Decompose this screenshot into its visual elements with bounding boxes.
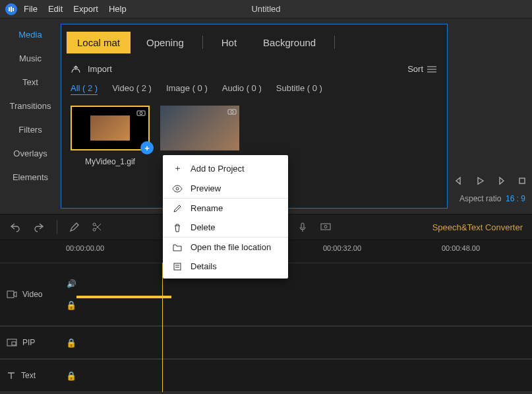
svg-rect-19 [7, 291, 14, 298]
app-menu: File Edit Export Help [21, 4, 127, 14]
playhead[interactable] [162, 263, 163, 392]
menu-edit[interactable]: Edit [48, 4, 63, 14]
lock-icon[interactable]: 🔒 [66, 371, 76, 381]
svg-rect-23 [174, 263, 181, 270]
add-to-timeline-icon[interactable]: + [140, 141, 154, 154]
aspect-ratio-label: Aspect ratio [459, 194, 501, 203]
media-filter-row: All ( 2 ) Video ( 2 ) Image ( 0 ) Audio … [61, 78, 447, 102]
menu-export[interactable]: Export [73, 4, 98, 14]
svg-point-11 [93, 223, 96, 226]
svg-rect-2 [13, 8, 14, 11]
text-track-icon [7, 371, 16, 380]
ctx-details[interactable]: Details [163, 257, 288, 276]
nav-elements[interactable]: Elements [0, 165, 61, 189]
video-track-icon [7, 290, 17, 298]
ctx-preview[interactable]: Preview [163, 179, 288, 198]
media-thumbnail[interactable]: + [71, 106, 150, 150]
toolbar-separator [57, 220, 57, 234]
sort-button[interactable]: Sort [407, 64, 438, 74]
category-tabs: Local mat Opening Hot Background [61, 24, 447, 53]
ctx-label: Open the file location [191, 242, 271, 252]
media-item[interactable]: + MyVideo_1.gif [71, 106, 150, 166]
voiceover-button[interactable] [297, 222, 308, 232]
menu-help[interactable]: Help [109, 4, 127, 14]
nav-overlays[interactable]: Overlays [0, 141, 61, 165]
aspect-ratio[interactable]: Aspect ratio 16 : 9 [459, 194, 525, 203]
window-title: Untitled [251, 4, 280, 14]
track-label: PIP [22, 338, 35, 347]
svg-rect-21 [12, 342, 16, 345]
tab-separator [334, 36, 335, 49]
filter-all[interactable]: All ( 2 ) [71, 83, 98, 95]
tab-opening[interactable]: Opening [136, 32, 194, 53]
tab-separator [202, 36, 203, 49]
timeline-clip[interactable]: MyVideo_1.gif [76, 296, 171, 298]
ctx-label: Add to Project [191, 164, 245, 174]
next-frame-button[interactable] [496, 176, 506, 186]
context-menu: ＋ Add to Project Preview Rename Delete O… [163, 155, 288, 279]
nav-media[interactable]: Media [0, 22, 61, 46]
play-button[interactable] [475, 176, 485, 186]
folder-icon [172, 244, 183, 251]
lock-icon[interactable]: 🔒 [66, 300, 76, 310]
nav-music[interactable]: Music [0, 46, 61, 70]
svg-rect-10 [519, 178, 525, 183]
filter-video[interactable]: Video ( 2 ) [112, 83, 152, 95]
nav-transitions[interactable]: Transitions [0, 94, 61, 117]
ctx-add-to-project[interactable]: ＋ Add to Project [163, 158, 288, 179]
eye-icon [172, 185, 183, 193]
stop-button[interactable] [517, 176, 527, 186]
edit-tool-button[interactable] [69, 222, 80, 232]
ctx-delete[interactable]: Delete [163, 218, 288, 237]
media-thumbnail[interactable] [160, 106, 239, 150]
svg-point-12 [93, 228, 96, 231]
screen-record-button[interactable] [320, 222, 332, 232]
app-logo-icon [5, 3, 17, 15]
track-text: Text 🔒 [0, 359, 532, 392]
prev-frame-button[interactable] [454, 176, 464, 186]
ctx-label: Preview [191, 183, 221, 193]
tab-hot[interactable]: Hot [211, 32, 247, 53]
svg-rect-16 [301, 223, 304, 228]
details-icon [172, 262, 183, 271]
ruler-time: 00:00:00.00 [66, 244, 104, 252]
split-button[interactable] [92, 222, 102, 232]
timeline: Video 🔊 🔒 MyVideo_1.gif PIP 🔒 Text 🔒 [0, 263, 532, 392]
nav-text[interactable]: Text [0, 70, 61, 94]
svg-rect-17 [321, 224, 330, 230]
ruler-time: 00:00:32.00 [323, 244, 361, 252]
list-icon [427, 65, 438, 73]
ctx-label: Details [191, 261, 217, 271]
lock-icon[interactable]: 🔒 [66, 338, 76, 348]
plus-icon: ＋ [172, 162, 183, 174]
speech-text-converter[interactable]: Speech&Text Converter [432, 222, 523, 232]
filter-image[interactable]: Image ( 0 ) [166, 83, 208, 95]
track-label: Video [22, 290, 42, 299]
svg-point-18 [324, 226, 327, 228]
media-item-label: MyVideo_1.gif [71, 150, 150, 166]
ctx-label: Delete [191, 222, 216, 232]
svg-point-9 [231, 111, 233, 114]
tab-background[interactable]: Background [252, 32, 326, 53]
track-pip: PIP 🔒 [0, 326, 532, 359]
import-button[interactable]: Import [71, 64, 112, 74]
tab-local-material[interactable]: Local mat [67, 32, 131, 53]
nav-filters[interactable]: Filters [0, 117, 61, 141]
svg-point-7 [140, 112, 142, 115]
title-bar: File Edit Export Help Untitled [0, 0, 532, 18]
volume-icon[interactable]: 🔊 [67, 279, 76, 288]
undo-button[interactable] [9, 222, 21, 232]
camera-icon [136, 110, 146, 116]
filter-audio[interactable]: Audio ( 0 ) [222, 83, 262, 95]
svg-point-22 [176, 187, 179, 190]
menu-file[interactable]: File [24, 4, 38, 14]
ctx-open-location[interactable]: Open the file location [163, 238, 288, 257]
pencil-icon [172, 204, 183, 213]
left-nav: Media Music Text Transitions Filters Ove… [0, 18, 61, 209]
redo-button[interactable] [33, 222, 45, 232]
ctx-rename[interactable]: Rename [163, 199, 288, 218]
svg-rect-1 [11, 7, 12, 12]
camera-icon [227, 108, 237, 115]
preview-controls: Aspect ratio 16 : 9 [453, 18, 532, 209]
filter-subtitle[interactable]: Subtitle ( 0 ) [276, 83, 322, 95]
